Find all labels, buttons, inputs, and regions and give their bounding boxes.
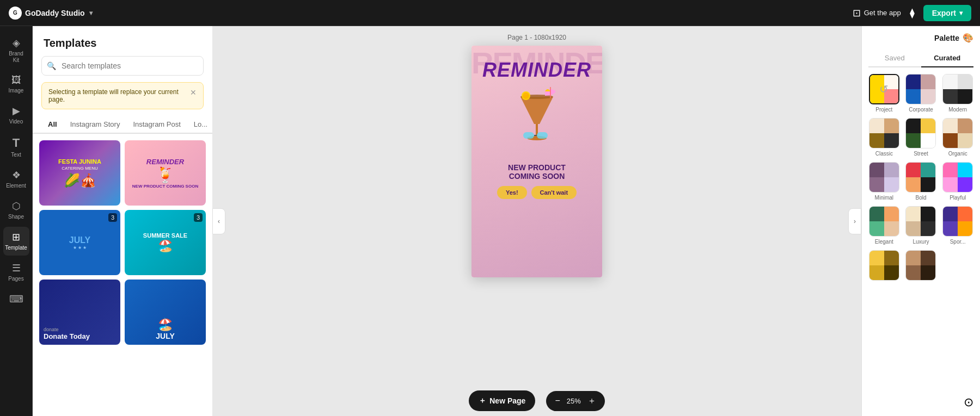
sidebar-item-brand-kit[interactable]: ◈ Brand Kit: [3, 33, 29, 68]
layers-icon[interactable]: ⧫: [910, 7, 915, 19]
svg-rect-8: [537, 132, 548, 139]
image-icon: 🖼: [11, 74, 21, 86]
blue-title: JULY: [69, 235, 90, 245]
get-app-label: Get the app: [864, 9, 901, 17]
template-card-donate[interactable]: donate Donate Today: [39, 280, 120, 345]
iconbar: ◈ Brand Kit 🖼 Image ▶ Video T Text ❖ Ele…: [0, 26, 33, 416]
get-app-button[interactable]: ⊡ Get the app: [853, 7, 901, 19]
palette-item-extra2[interactable]: [905, 250, 937, 283]
yes-button[interactable]: Yes!: [497, 186, 527, 199]
logo[interactable]: G GoDaddy Studio ▾: [9, 7, 93, 20]
topbar-right: ⊡ Get the app ⧫ Export ▾: [853, 5, 971, 21]
sidebar-item-pages[interactable]: ☰ Pages: [3, 258, 29, 287]
new-page-button[interactable]: ＋ New Page: [469, 390, 535, 411]
palette-item-organic[interactable]: Organic: [942, 118, 973, 157]
zoom-out-button[interactable]: −: [554, 396, 561, 406]
teal-badge: 3: [194, 213, 203, 222]
blue-subtitle: ★ ★ ★: [73, 245, 87, 250]
topbar-left: G GoDaddy Studio ▾: [9, 7, 93, 20]
shape-label: Shape: [8, 214, 24, 220]
tab-instagram-story[interactable]: Instagram Story: [64, 116, 127, 134]
template-label: Template: [5, 245, 27, 251]
palette-item-elegant[interactable]: Elegant: [868, 206, 900, 245]
sidebar-item-video[interactable]: ▶ Video: [3, 101, 29, 129]
filter-tabs: All Instagram Story Instagram Post Lo...: [33, 116, 212, 134]
sidebar-item-shape[interactable]: ⬡ Shape: [3, 196, 29, 225]
palette-item-street[interactable]: Street: [905, 118, 937, 157]
canvas-area: Page 1 - 1080x1920 ‹ › REMINDER REMINDER: [212, 26, 861, 416]
svg-point-6: [523, 92, 529, 99]
sidebar-item-image[interactable]: 🖼 Image: [3, 70, 29, 98]
palette-item-extra1[interactable]: [868, 250, 900, 283]
panel-title: Templates: [33, 26, 212, 56]
warning-close-button[interactable]: ✕: [190, 88, 197, 97]
plus-icon: ＋: [479, 396, 486, 406]
logo-dropdown-arrow[interactable]: ▾: [89, 9, 93, 17]
logo-text: GoDaddy Studio: [25, 9, 85, 17]
palette-item-sport[interactable]: Spor...: [942, 206, 973, 245]
template-card-blue[interactable]: JULY ★ ★ ★ 3: [39, 210, 120, 275]
palette-button[interactable]: Palette 🎨: [934, 33, 973, 43]
palette-item-minimal[interactable]: Minimal: [868, 162, 900, 201]
palette-swatch-modern: [942, 74, 973, 104]
accessibility-icon[interactable]: ⊙: [964, 395, 973, 409]
palette-item-modern[interactable]: Modern: [942, 74, 973, 113]
palette-item-classic[interactable]: Classic: [868, 118, 900, 157]
template-card-teal[interactable]: SUMMER SALE 🏖️ 3: [125, 210, 206, 275]
palette-item-playful[interactable]: Playful: [942, 162, 973, 201]
palette-name-playful: Playful: [950, 195, 966, 201]
right-panel: Palette 🎨 Saved Curated ↺ Project: [861, 26, 980, 416]
pages-label: Pages: [8, 276, 23, 282]
palette-name-street: Street: [914, 151, 928, 157]
cant-wait-button[interactable]: Can't wait: [531, 186, 577, 199]
festa-preview: FESTA JUNINA CATERING MENU 🌽🎪: [39, 140, 120, 206]
sidebar-item-template[interactable]: ⊞ Template: [3, 227, 29, 256]
tab-all[interactable]: All: [41, 116, 64, 134]
sidebar-item-element[interactable]: ❖ Element: [3, 165, 29, 194]
reminder-text: NEW PRODUCT COMING SOON: [132, 184, 198, 189]
teal-title: SUMMER SALE: [143, 232, 187, 239]
collapse-panel-button[interactable]: ‹: [212, 208, 225, 234]
element-icon: ❖: [12, 169, 21, 181]
export-button[interactable]: Export ▾: [923, 5, 971, 21]
brand-kit-label: Brand Kit: [5, 51, 27, 64]
tab-instagram-post[interactable]: Instagram Post: [126, 116, 187, 134]
palette-name-sport: Spor...: [950, 239, 966, 245]
palette-name-bold: Bold: [915, 195, 926, 201]
template-card-july[interactable]: 🏖️ JULY: [125, 280, 206, 345]
expand-right-panel-button[interactable]: ›: [848, 208, 861, 234]
palette-item-project[interactable]: ↺ Project: [868, 74, 900, 113]
palette-icon: 🎨: [963, 33, 973, 43]
shape-icon: ⬡: [12, 200, 21, 212]
sidebar-item-keyboard[interactable]: ⌨: [3, 289, 29, 311]
palette-name-luxury: Luxury: [912, 239, 929, 245]
palette-name-minimal: Minimal: [875, 195, 893, 201]
export-dropdown-arrow: ▾: [959, 9, 963, 17]
sidebar-item-text[interactable]: T Text: [3, 132, 29, 163]
reminder-title: REMINDER: [482, 59, 591, 82]
templates-panel: Templates 🔍 Selecting a template will re…: [33, 26, 212, 416]
cocktail-area: [510, 86, 564, 159]
blue-badge: 3: [108, 213, 117, 222]
palette-name-organic: Organic: [948, 151, 967, 157]
palette-swatch-organic: [942, 118, 973, 148]
template-card-reminder[interactable]: REMINDER 🍹 NEW PRODUCT COMING SOON: [125, 140, 206, 206]
reminder-buttons: Yes! Can't wait: [497, 186, 577, 199]
search-input[interactable]: [41, 56, 204, 76]
tab-saved[interactable]: Saved: [868, 49, 921, 66]
palette-item-luxury[interactable]: Luxury: [905, 206, 937, 245]
reminder-cocktail: 🍹: [156, 166, 175, 184]
palette-item-bold[interactable]: Bold: [905, 162, 937, 201]
palette-swatch-elegant: [869, 206, 899, 237]
template-card-festa[interactable]: FESTA JUNINA CATERING MENU 🌽🎪: [39, 140, 120, 206]
donate-preview: donate Donate Today: [39, 280, 120, 345]
palette-item-corporate[interactable]: Corporate: [905, 74, 937, 113]
zoom-in-button[interactable]: ＋: [586, 395, 597, 407]
reminder-preview: REMINDER 🍹 NEW PRODUCT COMING SOON: [125, 140, 206, 206]
zoom-value[interactable]: 25%: [567, 397, 581, 405]
search-bar: 🔍: [41, 56, 204, 76]
tab-logo[interactable]: Lo...: [187, 116, 212, 134]
teal-preview: SUMMER SALE 🏖️ 3: [125, 210, 206, 275]
video-label: Video: [9, 119, 23, 125]
tab-curated[interactable]: Curated: [921, 49, 974, 67]
